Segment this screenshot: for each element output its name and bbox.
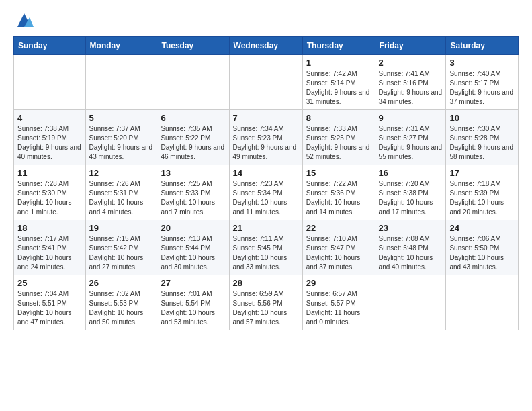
day-number: 19 (89, 223, 154, 233)
day-info: Sunrise: 7:28 AMSunset: 5:30 PMDaylight:… (17, 179, 82, 217)
day-number: 8 (306, 113, 371, 123)
calendar-cell: 17Sunrise: 7:18 AMSunset: 5:39 PMDayligh… (446, 165, 519, 220)
calendar-cell (157, 55, 229, 110)
day-number: 28 (233, 278, 299, 288)
day-info: Sunrise: 7:30 AMSunset: 5:28 PMDaylight:… (449, 124, 515, 162)
day-info: Sunrise: 6:57 AMSunset: 5:57 PMDaylight:… (306, 289, 371, 327)
calendar-cell: 1Sunrise: 7:42 AMSunset: 5:14 PMDaylight… (302, 55, 375, 110)
week-row-5: 25Sunrise: 7:04 AMSunset: 5:51 PMDayligh… (14, 275, 519, 330)
calendar-cell: 27Sunrise: 7:01 AMSunset: 5:54 PMDayligh… (157, 275, 229, 330)
day-info: Sunrise: 7:11 AMSunset: 5:45 PMDaylight:… (233, 234, 299, 272)
day-info: Sunrise: 7:17 AMSunset: 5:41 PMDaylight:… (17, 234, 82, 272)
calendar-cell: 9Sunrise: 7:31 AMSunset: 5:27 PMDaylight… (375, 110, 446, 165)
day-number: 7 (233, 113, 299, 123)
day-number: 2 (379, 58, 443, 68)
weekday-header-monday: Monday (85, 37, 157, 55)
calendar-cell: 18Sunrise: 7:17 AMSunset: 5:41 PMDayligh… (14, 220, 86, 275)
day-info: Sunrise: 7:23 AMSunset: 5:34 PMDaylight:… (233, 179, 299, 217)
weekday-header-saturday: Saturday (446, 37, 519, 55)
day-number: 18 (17, 223, 82, 233)
calendar-cell: 12Sunrise: 7:26 AMSunset: 5:31 PMDayligh… (85, 165, 157, 220)
day-number: 6 (161, 113, 225, 123)
day-number: 21 (233, 223, 299, 233)
weekday-header-row: SundayMondayTuesdayWednesdayThursdayFrid… (14, 37, 519, 55)
calendar-cell: 13Sunrise: 7:25 AMSunset: 5:33 PMDayligh… (157, 165, 229, 220)
day-info: Sunrise: 7:42 AMSunset: 5:14 PMDaylight:… (306, 69, 371, 107)
day-info: Sunrise: 7:25 AMSunset: 5:33 PMDaylight:… (161, 179, 225, 217)
weekday-header-sunday: Sunday (14, 37, 86, 55)
weekday-header-thursday: Thursday (302, 37, 375, 55)
day-info: Sunrise: 6:59 AMSunset: 5:56 PMDaylight:… (233, 289, 299, 327)
day-info: Sunrise: 7:22 AMSunset: 5:36 PMDaylight:… (306, 179, 371, 217)
week-row-1: 1Sunrise: 7:42 AMSunset: 5:14 PMDaylight… (14, 55, 519, 110)
day-info: Sunrise: 7:31 AMSunset: 5:27 PMDaylight:… (379, 124, 443, 162)
calendar-cell: 10Sunrise: 7:30 AMSunset: 5:28 PMDayligh… (446, 110, 519, 165)
calendar-cell: 3Sunrise: 7:40 AMSunset: 5:17 PMDaylight… (446, 55, 519, 110)
calendar-cell: 15Sunrise: 7:22 AMSunset: 5:36 PMDayligh… (302, 165, 375, 220)
day-info: Sunrise: 7:04 AMSunset: 5:51 PMDaylight:… (17, 289, 82, 327)
calendar-cell: 14Sunrise: 7:23 AMSunset: 5:34 PMDayligh… (229, 165, 302, 220)
page-header (13, 11, 519, 30)
calendar-cell: 23Sunrise: 7:08 AMSunset: 5:48 PMDayligh… (375, 220, 446, 275)
calendar-cell (446, 275, 519, 330)
day-info: Sunrise: 7:18 AMSunset: 5:39 PMDaylight:… (449, 179, 515, 217)
day-number: 29 (306, 278, 371, 288)
day-info: Sunrise: 7:40 AMSunset: 5:17 PMDaylight:… (449, 69, 515, 107)
calendar-cell: 29Sunrise: 6:57 AMSunset: 5:57 PMDayligh… (302, 275, 375, 330)
week-row-2: 4Sunrise: 7:38 AMSunset: 5:19 PMDaylight… (14, 110, 519, 165)
day-number: 9 (379, 113, 443, 123)
calendar-cell: 19Sunrise: 7:15 AMSunset: 5:42 PMDayligh… (85, 220, 157, 275)
calendar-cell: 20Sunrise: 7:13 AMSunset: 5:44 PMDayligh… (157, 220, 229, 275)
calendar-cell: 7Sunrise: 7:34 AMSunset: 5:23 PMDaylight… (229, 110, 302, 165)
calendar-cell: 2Sunrise: 7:41 AMSunset: 5:16 PMDaylight… (375, 55, 446, 110)
day-number: 24 (449, 223, 515, 233)
day-number: 11 (17, 168, 82, 178)
day-info: Sunrise: 7:06 AMSunset: 5:50 PMDaylight:… (449, 234, 515, 272)
calendar-cell: 4Sunrise: 7:38 AMSunset: 5:19 PMDaylight… (14, 110, 86, 165)
day-number: 25 (17, 278, 82, 288)
day-number: 12 (89, 168, 154, 178)
day-number: 26 (89, 278, 154, 288)
day-number: 13 (161, 168, 225, 178)
calendar-cell (14, 55, 86, 110)
day-info: Sunrise: 7:20 AMSunset: 5:38 PMDaylight:… (379, 179, 443, 217)
day-number: 14 (233, 168, 299, 178)
calendar-cell: 6Sunrise: 7:35 AMSunset: 5:22 PMDaylight… (157, 110, 229, 165)
calendar-cell: 22Sunrise: 7:10 AMSunset: 5:47 PMDayligh… (302, 220, 375, 275)
weekday-header-wednesday: Wednesday (229, 37, 302, 55)
calendar-table: SundayMondayTuesdayWednesdayThursdayFrid… (13, 36, 519, 330)
day-number: 4 (17, 113, 82, 123)
calendar-cell: 28Sunrise: 6:59 AMSunset: 5:56 PMDayligh… (229, 275, 302, 330)
day-number: 16 (379, 168, 443, 178)
day-info: Sunrise: 7:41 AMSunset: 5:16 PMDaylight:… (379, 69, 443, 107)
day-info: Sunrise: 7:38 AMSunset: 5:19 PMDaylight:… (17, 124, 82, 162)
day-number: 27 (161, 278, 225, 288)
day-info: Sunrise: 7:37 AMSunset: 5:20 PMDaylight:… (89, 124, 154, 162)
day-number: 10 (449, 113, 515, 123)
calendar-cell: 21Sunrise: 7:11 AMSunset: 5:45 PMDayligh… (229, 220, 302, 275)
calendar-cell: 24Sunrise: 7:06 AMSunset: 5:50 PMDayligh… (446, 220, 519, 275)
calendar-cell (229, 55, 302, 110)
day-number: 3 (449, 58, 515, 68)
calendar-cell: 25Sunrise: 7:04 AMSunset: 5:51 PMDayligh… (14, 275, 86, 330)
day-number: 5 (89, 113, 154, 123)
day-info: Sunrise: 7:34 AMSunset: 5:23 PMDaylight:… (233, 124, 299, 162)
logo-icon (15, 11, 34, 30)
weekday-header-tuesday: Tuesday (157, 37, 229, 55)
day-number: 22 (306, 223, 371, 233)
calendar-cell: 11Sunrise: 7:28 AMSunset: 5:30 PMDayligh… (14, 165, 86, 220)
week-row-3: 11Sunrise: 7:28 AMSunset: 5:30 PMDayligh… (14, 165, 519, 220)
weekday-header-friday: Friday (375, 37, 446, 55)
day-number: 17 (449, 168, 515, 178)
day-number: 15 (306, 168, 371, 178)
day-info: Sunrise: 7:33 AMSunset: 5:25 PMDaylight:… (306, 124, 371, 162)
day-info: Sunrise: 7:13 AMSunset: 5:44 PMDaylight:… (161, 234, 225, 272)
calendar-cell (85, 55, 157, 110)
day-info: Sunrise: 7:10 AMSunset: 5:47 PMDaylight:… (306, 234, 371, 272)
day-number: 23 (379, 223, 443, 233)
calendar-cell: 26Sunrise: 7:02 AMSunset: 5:53 PMDayligh… (85, 275, 157, 330)
logo (13, 11, 34, 30)
calendar-cell: 5Sunrise: 7:37 AMSunset: 5:20 PMDaylight… (85, 110, 157, 165)
calendar-cell: 8Sunrise: 7:33 AMSunset: 5:25 PMDaylight… (302, 110, 375, 165)
day-number: 20 (161, 223, 225, 233)
